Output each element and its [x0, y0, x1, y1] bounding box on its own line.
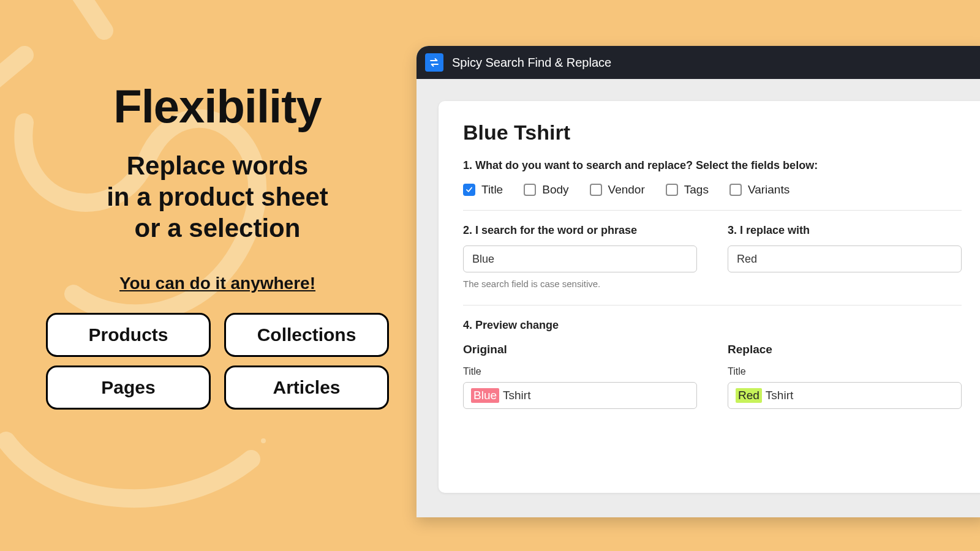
highlight-replace: Red — [736, 388, 762, 403]
swap-icon — [425, 53, 443, 72]
app-titlebar: Spicy Search Find & Replace — [417, 46, 980, 79]
step2-label: 2. I search for the word or phrase — [463, 224, 697, 237]
step4-label: 4. Preview change — [463, 319, 962, 332]
marketing-panel: Flexibility Replace words in a product s… — [46, 80, 389, 410]
preview-original-head: Original — [463, 343, 697, 356]
search-input[interactable] — [463, 246, 697, 272]
replace-input[interactable] — [728, 246, 962, 272]
pill-articles[interactable]: Articles — [224, 365, 389, 410]
pill-grid: Products Collections Pages Articles — [46, 313, 389, 410]
checkbox-vendor[interactable]: Vendor — [590, 183, 645, 197]
pill-collections[interactable]: Collections — [224, 313, 389, 357]
step3-label: 3. I replace with — [728, 224, 962, 237]
headline: Flexibility — [113, 80, 322, 133]
search-hint: The search field is case sensitive. — [463, 279, 697, 289]
checkmark-icon — [463, 184, 475, 196]
preview-replace-head: Replace — [728, 343, 962, 356]
highlight-original: Blue — [471, 388, 499, 403]
field-checkboxes: Title Body Vendor Tags Variants — [463, 183, 962, 211]
subheadline: Replace words in a product sheet or a se… — [107, 150, 328, 244]
step1-label: 1. What do you want to search and replac… — [463, 159, 962, 172]
tagline: You can do it anywhere! — [119, 274, 315, 293]
checkbox-tags[interactable]: Tags — [666, 183, 709, 197]
preview-original-value: Blue Tshirt — [463, 382, 697, 409]
preview-replace-field-label: Title — [728, 366, 962, 377]
preview-replace: Replace Title Red Tshirt — [728, 343, 962, 409]
preview-original-field-label: Title — [463, 366, 697, 377]
checkbox-variants[interactable]: Variants — [729, 183, 790, 197]
product-title: Blue Tshirt — [463, 121, 962, 144]
pill-pages[interactable]: Pages — [46, 365, 211, 410]
svg-point-0 — [261, 438, 266, 443]
preview-original: Original Title Blue Tshirt — [463, 343, 697, 409]
divider — [463, 305, 962, 305]
editor-card: Blue Tshirt 1. What do you want to searc… — [439, 101, 980, 493]
app-title: Spicy Search Find & Replace — [452, 56, 611, 70]
checkbox-body[interactable]: Body — [524, 183, 568, 197]
pill-products[interactable]: Products — [46, 313, 211, 357]
preview-replace-value: Red Tshirt — [728, 382, 962, 409]
app-window: Spicy Search Find & Replace Blue Tshirt … — [417, 46, 980, 517]
checkbox-title[interactable]: Title — [463, 183, 503, 197]
